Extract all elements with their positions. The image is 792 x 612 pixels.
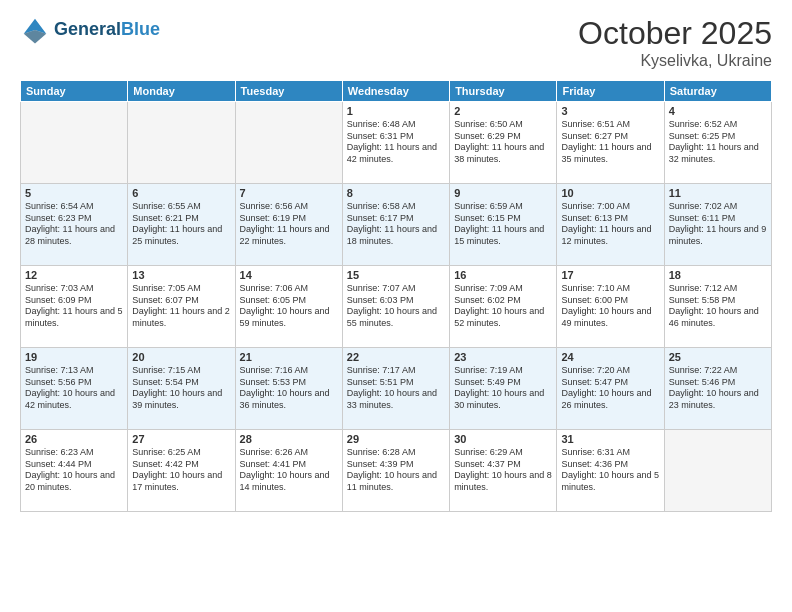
day-info: Sunrise: 6:29 AM Sunset: 4:37 PM Dayligh… bbox=[454, 447, 552, 494]
day-info: Sunrise: 7:09 AM Sunset: 6:02 PM Dayligh… bbox=[454, 283, 552, 330]
calendar-cell bbox=[128, 102, 235, 184]
day-info: Sunrise: 7:16 AM Sunset: 5:53 PM Dayligh… bbox=[240, 365, 338, 412]
day-info: Sunrise: 7:00 AM Sunset: 6:13 PM Dayligh… bbox=[561, 201, 659, 248]
day-number: 10 bbox=[561, 187, 659, 199]
day-number: 20 bbox=[132, 351, 230, 363]
calendar-cell: 20Sunrise: 7:15 AM Sunset: 5:54 PM Dayli… bbox=[128, 348, 235, 430]
calendar-cell: 5Sunrise: 6:54 AM Sunset: 6:23 PM Daylig… bbox=[21, 184, 128, 266]
weekday-header-sunday: Sunday bbox=[21, 81, 128, 102]
day-number: 9 bbox=[454, 187, 552, 199]
day-info: Sunrise: 7:17 AM Sunset: 5:51 PM Dayligh… bbox=[347, 365, 445, 412]
day-info: Sunrise: 7:22 AM Sunset: 5:46 PM Dayligh… bbox=[669, 365, 767, 412]
calendar-cell: 2Sunrise: 6:50 AM Sunset: 6:29 PM Daylig… bbox=[450, 102, 557, 184]
day-number: 11 bbox=[669, 187, 767, 199]
day-info: Sunrise: 6:23 AM Sunset: 4:44 PM Dayligh… bbox=[25, 447, 123, 494]
weekday-header-thursday: Thursday bbox=[450, 81, 557, 102]
day-number: 7 bbox=[240, 187, 338, 199]
calendar-cell: 8Sunrise: 6:58 AM Sunset: 6:17 PM Daylig… bbox=[342, 184, 449, 266]
day-number: 15 bbox=[347, 269, 445, 281]
calendar-cell bbox=[664, 430, 771, 512]
day-number: 23 bbox=[454, 351, 552, 363]
calendar-cell: 12Sunrise: 7:03 AM Sunset: 6:09 PM Dayli… bbox=[21, 266, 128, 348]
day-number: 26 bbox=[25, 433, 123, 445]
week-row-5: 26Sunrise: 6:23 AM Sunset: 4:44 PM Dayli… bbox=[21, 430, 772, 512]
day-number: 4 bbox=[669, 105, 767, 117]
calendar-cell: 28Sunrise: 6:26 AM Sunset: 4:41 PM Dayli… bbox=[235, 430, 342, 512]
calendar: SundayMondayTuesdayWednesdayThursdayFrid… bbox=[20, 80, 772, 512]
day-number: 13 bbox=[132, 269, 230, 281]
logo: GeneralBlue bbox=[20, 15, 160, 45]
calendar-cell: 15Sunrise: 7:07 AM Sunset: 6:03 PM Dayli… bbox=[342, 266, 449, 348]
day-info: Sunrise: 6:28 AM Sunset: 4:39 PM Dayligh… bbox=[347, 447, 445, 494]
day-number: 8 bbox=[347, 187, 445, 199]
day-info: Sunrise: 6:55 AM Sunset: 6:21 PM Dayligh… bbox=[132, 201, 230, 248]
calendar-cell: 1Sunrise: 6:48 AM Sunset: 6:31 PM Daylig… bbox=[342, 102, 449, 184]
calendar-cell: 22Sunrise: 7:17 AM Sunset: 5:51 PM Dayli… bbox=[342, 348, 449, 430]
weekday-header-row: SundayMondayTuesdayWednesdayThursdayFrid… bbox=[21, 81, 772, 102]
page: GeneralBlue October 2025 Kyselivka, Ukra… bbox=[0, 0, 792, 612]
calendar-cell: 29Sunrise: 6:28 AM Sunset: 4:39 PM Dayli… bbox=[342, 430, 449, 512]
calendar-cell: 26Sunrise: 6:23 AM Sunset: 4:44 PM Dayli… bbox=[21, 430, 128, 512]
day-info: Sunrise: 6:58 AM Sunset: 6:17 PM Dayligh… bbox=[347, 201, 445, 248]
day-info: Sunrise: 7:13 AM Sunset: 5:56 PM Dayligh… bbox=[25, 365, 123, 412]
weekday-header-saturday: Saturday bbox=[664, 81, 771, 102]
day-number: 16 bbox=[454, 269, 552, 281]
location-title: Kyselivka, Ukraine bbox=[578, 52, 772, 70]
calendar-cell: 21Sunrise: 7:16 AM Sunset: 5:53 PM Dayli… bbox=[235, 348, 342, 430]
header: GeneralBlue October 2025 Kyselivka, Ukra… bbox=[20, 15, 772, 70]
weekday-header-monday: Monday bbox=[128, 81, 235, 102]
calendar-cell: 18Sunrise: 7:12 AM Sunset: 5:58 PM Dayli… bbox=[664, 266, 771, 348]
month-title: October 2025 bbox=[578, 15, 772, 52]
day-number: 27 bbox=[132, 433, 230, 445]
day-info: Sunrise: 6:25 AM Sunset: 4:42 PM Dayligh… bbox=[132, 447, 230, 494]
day-number: 14 bbox=[240, 269, 338, 281]
calendar-cell: 16Sunrise: 7:09 AM Sunset: 6:02 PM Dayli… bbox=[450, 266, 557, 348]
calendar-cell: 14Sunrise: 7:06 AM Sunset: 6:05 PM Dayli… bbox=[235, 266, 342, 348]
day-number: 29 bbox=[347, 433, 445, 445]
day-number: 25 bbox=[669, 351, 767, 363]
weekday-header-tuesday: Tuesday bbox=[235, 81, 342, 102]
day-info: Sunrise: 7:05 AM Sunset: 6:07 PM Dayligh… bbox=[132, 283, 230, 330]
calendar-cell: 25Sunrise: 7:22 AM Sunset: 5:46 PM Dayli… bbox=[664, 348, 771, 430]
day-info: Sunrise: 6:31 AM Sunset: 4:36 PM Dayligh… bbox=[561, 447, 659, 494]
day-number: 28 bbox=[240, 433, 338, 445]
calendar-cell: 13Sunrise: 7:05 AM Sunset: 6:07 PM Dayli… bbox=[128, 266, 235, 348]
day-number: 2 bbox=[454, 105, 552, 117]
calendar-cell: 11Sunrise: 7:02 AM Sunset: 6:11 PM Dayli… bbox=[664, 184, 771, 266]
calendar-cell: 6Sunrise: 6:55 AM Sunset: 6:21 PM Daylig… bbox=[128, 184, 235, 266]
day-info: Sunrise: 6:54 AM Sunset: 6:23 PM Dayligh… bbox=[25, 201, 123, 248]
calendar-cell bbox=[235, 102, 342, 184]
day-number: 18 bbox=[669, 269, 767, 281]
calendar-cell: 7Sunrise: 6:56 AM Sunset: 6:19 PM Daylig… bbox=[235, 184, 342, 266]
week-row-3: 12Sunrise: 7:03 AM Sunset: 6:09 PM Dayli… bbox=[21, 266, 772, 348]
weekday-header-wednesday: Wednesday bbox=[342, 81, 449, 102]
day-number: 24 bbox=[561, 351, 659, 363]
logo-text: GeneralBlue bbox=[54, 20, 160, 40]
week-row-1: 1Sunrise: 6:48 AM Sunset: 6:31 PM Daylig… bbox=[21, 102, 772, 184]
calendar-cell: 30Sunrise: 6:29 AM Sunset: 4:37 PM Dayli… bbox=[450, 430, 557, 512]
day-number: 30 bbox=[454, 433, 552, 445]
day-info: Sunrise: 7:02 AM Sunset: 6:11 PM Dayligh… bbox=[669, 201, 767, 248]
day-info: Sunrise: 7:06 AM Sunset: 6:05 PM Dayligh… bbox=[240, 283, 338, 330]
weekday-header-friday: Friday bbox=[557, 81, 664, 102]
day-info: Sunrise: 6:48 AM Sunset: 6:31 PM Dayligh… bbox=[347, 119, 445, 166]
calendar-cell: 23Sunrise: 7:19 AM Sunset: 5:49 PM Dayli… bbox=[450, 348, 557, 430]
calendar-cell bbox=[21, 102, 128, 184]
day-number: 5 bbox=[25, 187, 123, 199]
day-info: Sunrise: 6:51 AM Sunset: 6:27 PM Dayligh… bbox=[561, 119, 659, 166]
calendar-cell: 24Sunrise: 7:20 AM Sunset: 5:47 PM Dayli… bbox=[557, 348, 664, 430]
calendar-cell: 31Sunrise: 6:31 AM Sunset: 4:36 PM Dayli… bbox=[557, 430, 664, 512]
day-number: 6 bbox=[132, 187, 230, 199]
day-info: Sunrise: 6:59 AM Sunset: 6:15 PM Dayligh… bbox=[454, 201, 552, 248]
day-number: 31 bbox=[561, 433, 659, 445]
day-info: Sunrise: 7:03 AM Sunset: 6:09 PM Dayligh… bbox=[25, 283, 123, 330]
day-info: Sunrise: 7:07 AM Sunset: 6:03 PM Dayligh… bbox=[347, 283, 445, 330]
day-number: 21 bbox=[240, 351, 338, 363]
calendar-cell: 19Sunrise: 7:13 AM Sunset: 5:56 PM Dayli… bbox=[21, 348, 128, 430]
calendar-cell: 27Sunrise: 6:25 AM Sunset: 4:42 PM Dayli… bbox=[128, 430, 235, 512]
logo-line1: General bbox=[54, 19, 121, 39]
title-block: October 2025 Kyselivka, Ukraine bbox=[578, 15, 772, 70]
calendar-cell: 10Sunrise: 7:00 AM Sunset: 6:13 PM Dayli… bbox=[557, 184, 664, 266]
logo-line2: Blue bbox=[121, 19, 160, 39]
day-info: Sunrise: 7:12 AM Sunset: 5:58 PM Dayligh… bbox=[669, 283, 767, 330]
